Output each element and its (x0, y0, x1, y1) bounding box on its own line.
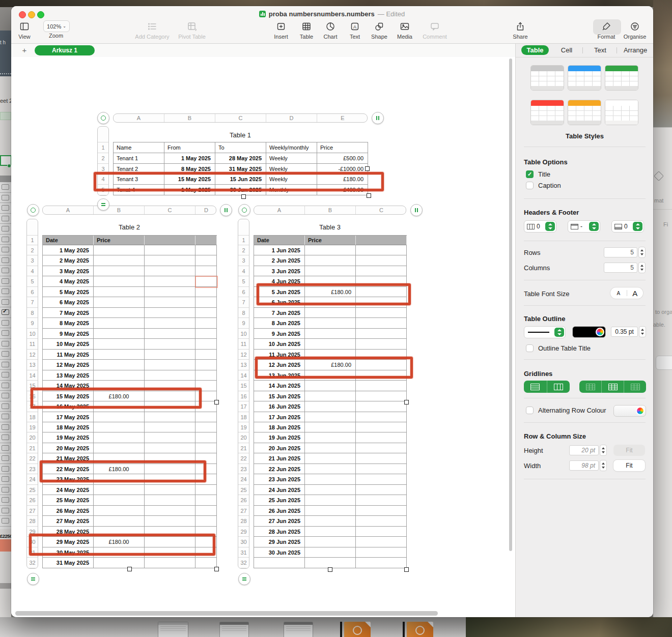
row-number[interactable]: 12 (238, 350, 249, 360)
table-cell[interactable] (305, 422, 356, 432)
table3-row-numbers[interactable]: 1234567891011121314151617181920212223242… (238, 219, 249, 569)
row-number[interactable]: 16 (238, 391, 249, 401)
row-number[interactable]: 26 (238, 495, 249, 505)
table-cell[interactable] (145, 506, 195, 516)
row-number[interactable]: 28 (27, 516, 38, 526)
outline-table-title-checkbox[interactable] (526, 344, 534, 352)
table-cell[interactable] (145, 443, 195, 453)
table-cell[interactable]: £500.00 (317, 153, 368, 164)
table-cell[interactable] (356, 443, 407, 453)
table-cell[interactable]: 31 May 2025 (43, 558, 94, 568)
table-cell[interactable] (94, 495, 145, 505)
column-letter[interactable]: A (254, 206, 305, 214)
table-cell[interactable] (145, 432, 195, 443)
table-cell[interactable] (305, 245, 356, 255)
row-number[interactable]: 31 (238, 547, 249, 558)
column-letter[interactable]: B (164, 114, 215, 122)
table-cell[interactable] (356, 318, 407, 328)
table-cell[interactable] (305, 391, 356, 401)
columns-stepper[interactable] (638, 262, 646, 273)
caption-checkbox[interactable] (526, 182, 534, 189)
table-cell[interactable] (356, 339, 407, 349)
table-cell[interactable] (356, 537, 407, 547)
column-letter[interactable]: D (266, 114, 317, 122)
column-letter[interactable]: E (317, 114, 368, 122)
table-cell[interactable] (305, 453, 356, 464)
rows-input[interactable]: 5 (604, 247, 637, 257)
color-wheel-icon[interactable] (596, 328, 604, 336)
table-cell[interactable]: 9 Jun 2025 (254, 329, 305, 339)
table-cell[interactable] (94, 506, 145, 516)
table-style-red[interactable] (530, 100, 564, 125)
table-cell[interactable]: 4 May 2025 (43, 276, 94, 286)
table-cell[interactable]: Weekly (266, 153, 317, 164)
table-cell[interactable] (356, 329, 407, 339)
table-cell[interactable] (145, 360, 195, 370)
table-cell[interactable]: 27 May 2025 (43, 516, 94, 526)
table-cell[interactable] (305, 495, 356, 505)
row-number[interactable]: 24 (27, 474, 38, 484)
table-cell[interactable] (305, 443, 356, 453)
table-cell[interactable] (356, 547, 407, 558)
table3-resize-handle[interactable] (328, 567, 332, 572)
table-cell[interactable] (195, 329, 217, 339)
table-cell[interactable] (94, 276, 145, 286)
row-number[interactable]: 15 (238, 381, 249, 391)
table-cell[interactable] (195, 350, 217, 360)
table-cell[interactable] (356, 474, 407, 484)
row-number[interactable]: 7 (27, 297, 38, 307)
table2-resize-handle[interactable] (214, 400, 219, 404)
table-cell[interactable]: 26 May 2025 (43, 506, 94, 516)
table-cell[interactable] (94, 297, 145, 307)
table-cell[interactable] (356, 453, 407, 464)
outline-width-input[interactable]: 0.35 pt (611, 327, 638, 337)
table-cell[interactable] (305, 558, 356, 568)
table-cell[interactable]: 24 May 2025 (43, 485, 94, 495)
table-cell[interactable] (145, 412, 195, 422)
row-number[interactable]: 32 (238, 558, 249, 568)
row-number[interactable]: 4 (27, 266, 38, 276)
row-number[interactable]: 29 (238, 527, 249, 537)
table-cell[interactable] (254, 558, 305, 568)
table-style-gray[interactable] (530, 65, 564, 91)
table-cell[interactable]: 7 May 2025 (43, 308, 94, 318)
table3-add-row-handle[interactable] (238, 573, 250, 585)
table-cell[interactable] (195, 266, 217, 276)
table-cell[interactable] (195, 443, 217, 453)
table-cell[interactable] (356, 495, 407, 505)
table-cell[interactable] (195, 360, 217, 370)
table-cell[interactable]: 14 Jun 2025 (254, 381, 305, 391)
row-number[interactable]: 19 (27, 422, 38, 432)
tab-table[interactable]: Table (521, 45, 549, 55)
table-cell[interactable] (195, 236, 217, 245)
table-cell[interactable] (356, 558, 407, 568)
table-cell[interactable] (356, 236, 407, 245)
table-cell[interactable]: 9 May 2025 (43, 329, 94, 339)
table-cell[interactable]: 10 Jun 2025 (254, 339, 305, 349)
zoom-window-button[interactable] (37, 11, 44, 18)
table-cell[interactable] (195, 506, 217, 516)
footer-gridlines-button[interactable] (624, 381, 646, 393)
table-cell[interactable] (94, 350, 145, 360)
table-cell[interactable]: 3 May 2025 (43, 266, 94, 276)
table1-resize-handle[interactable] (365, 166, 370, 171)
table-cell[interactable]: 17 Jun 2025 (254, 412, 305, 422)
table-cell[interactable] (94, 370, 145, 381)
table-cell[interactable]: From (164, 142, 215, 153)
font-smaller-button[interactable]: A (610, 291, 627, 296)
table-cell[interactable]: 29 Jun 2025 (254, 537, 305, 547)
table-style-green[interactable] (605, 65, 638, 91)
table-cell[interactable] (145, 350, 195, 360)
table-cell[interactable] (94, 245, 145, 255)
outline-width-stepper[interactable] (639, 326, 646, 337)
table-cell[interactable] (356, 255, 407, 266)
font-larger-button[interactable]: A (627, 289, 643, 298)
table-cell[interactable] (94, 422, 145, 432)
table-cell[interactable] (356, 516, 407, 526)
table-cell[interactable]: 15 Jun 2025 (254, 391, 305, 401)
table-style-orange[interactable] (568, 100, 601, 125)
table3-add-column-handle[interactable] (410, 204, 423, 216)
table-cell[interactable] (305, 432, 356, 443)
table-cell[interactable] (305, 266, 356, 276)
row-number[interactable]: 22 (238, 453, 249, 464)
